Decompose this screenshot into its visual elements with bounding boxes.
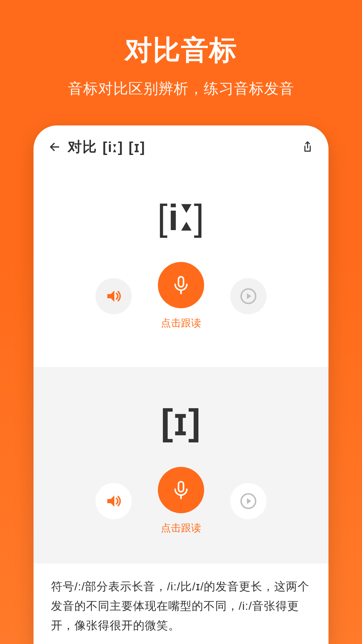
phonetic-card-1: [i]	[34, 166, 328, 367]
title-prefix: 对比	[68, 138, 97, 156]
phone-content: 对比 [iː] [ɪ] [i]	[34, 125, 328, 644]
back-button[interactable]	[48, 141, 61, 153]
title-symbol-1: [iː]	[103, 139, 123, 155]
svg-rect-9	[179, 482, 184, 492]
explanation-text: 符号/:/部分表示长音，/i:/比/ɪ/的发音更长，这两个发音的不同主要体现在嘴…	[34, 564, 328, 635]
share-button[interactable]	[300, 140, 314, 154]
controls-row-1: 点击跟读	[96, 262, 266, 330]
length-mark-icon	[179, 202, 194, 232]
app-bar-title: 对比 [iː] [ɪ]	[68, 138, 294, 156]
speaker-icon	[105, 288, 122, 305]
back-arrow-icon	[49, 141, 61, 153]
svg-marker-8	[107, 495, 114, 506]
phonetic-symbol-1: [i]	[157, 196, 205, 238]
phonetic-card-2: [ɪ]	[34, 367, 328, 564]
mic-icon	[171, 480, 191, 500]
play-icon	[240, 287, 257, 305]
play-button-2[interactable]	[230, 483, 266, 519]
mic-label-1: 点击跟读	[161, 316, 201, 330]
mic-button-1[interactable]	[158, 262, 204, 308]
phonetic-symbol-2: [ɪ]	[161, 400, 201, 443]
svg-marker-3	[107, 290, 114, 302]
phone-frame: 对比 [iː] [ɪ] [i]	[34, 125, 328, 644]
app-bar: 对比 [iː] [ɪ]	[34, 125, 328, 166]
title-symbol-2: [ɪ]	[129, 139, 145, 155]
play-button-1[interactable]	[230, 278, 266, 314]
hero-title: 对比音标	[125, 32, 237, 69]
svg-marker-2	[181, 222, 192, 230]
mic-button-2[interactable]	[158, 467, 204, 513]
play-icon	[240, 492, 257, 510]
svg-marker-1	[181, 204, 192, 213]
mic-icon	[171, 275, 191, 295]
share-icon	[301, 141, 313, 153]
speaker-icon	[105, 493, 122, 509]
svg-marker-7	[247, 293, 251, 299]
mic-label-2: 点击跟读	[161, 521, 201, 535]
svg-marker-12	[247, 498, 251, 504]
speaker-button-1[interactable]	[96, 278, 132, 314]
controls-row-2: 点击跟读	[96, 467, 266, 535]
speaker-button-2[interactable]	[96, 483, 132, 519]
hero-subtitle: 音标对比区别辨析，练习音标发音	[68, 79, 294, 99]
svg-rect-4	[179, 277, 184, 287]
